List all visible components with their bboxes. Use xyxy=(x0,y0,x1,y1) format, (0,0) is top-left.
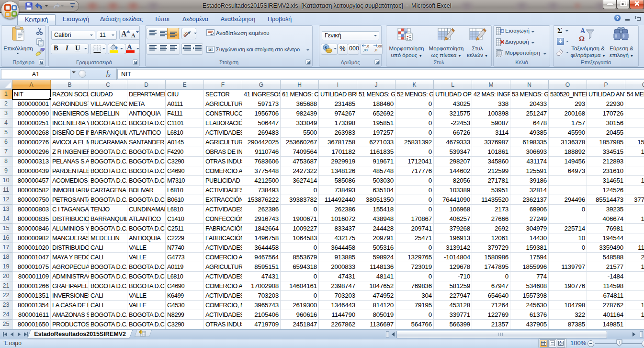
svg-text:Ω: Ω xyxy=(579,35,585,43)
svg-text:ab: ab xyxy=(183,30,190,38)
svg-text:,0: ,0 xyxy=(374,48,377,52)
svg-text:A: A xyxy=(580,27,586,35)
svg-text:,00: ,00 xyxy=(377,45,382,48)
svg-text:,00: ,00 xyxy=(363,48,368,52)
svg-text:,0: ,0 xyxy=(366,45,369,48)
